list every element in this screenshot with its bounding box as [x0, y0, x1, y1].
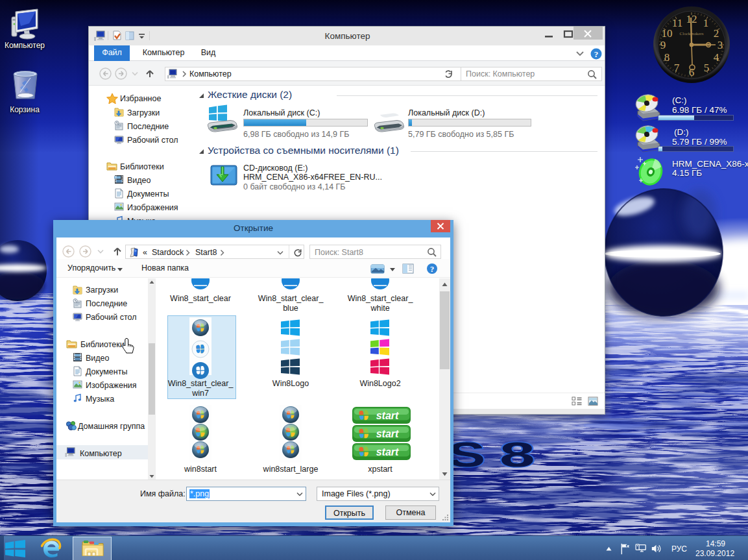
svg-text:8: 8: [664, 51, 670, 64]
svg-text:start: start: [376, 428, 399, 439]
svg-text:1: 1: [703, 17, 709, 29]
svg-text:8: 8: [500, 435, 535, 474]
svg-text:start: start: [376, 446, 399, 457]
svg-text:?: ?: [594, 49, 599, 59]
svg-text:5: 5: [704, 62, 710, 74]
svg-text:11: 11: [672, 17, 682, 29]
svg-text:?: ?: [430, 265, 434, 274]
svg-text:start: start: [376, 410, 399, 421]
svg-text:10: 10: [662, 27, 673, 40]
svg-text:2: 2: [714, 27, 719, 40]
svg-text:3: 3: [718, 39, 723, 51]
svg-text:4: 4: [714, 51, 719, 64]
svg-text:9: 9: [660, 39, 666, 51]
svg-text:7: 7: [674, 62, 680, 74]
